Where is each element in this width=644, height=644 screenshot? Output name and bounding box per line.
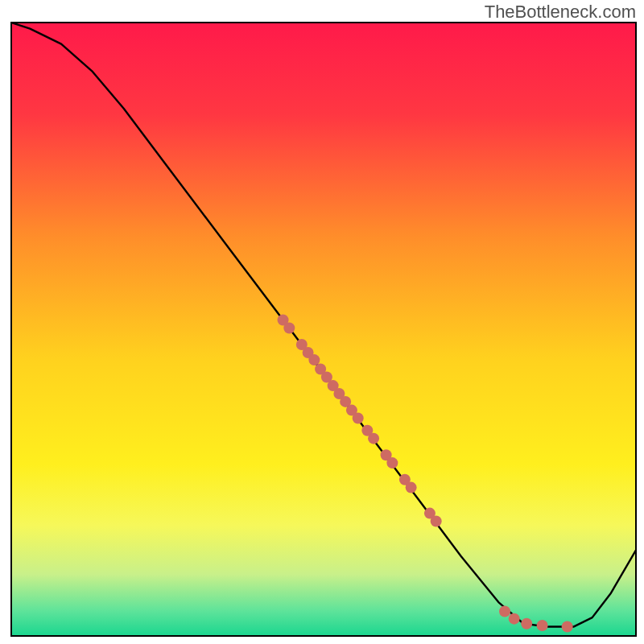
data-marker	[406, 482, 417, 493]
data-marker	[499, 606, 510, 617]
data-marker	[353, 412, 364, 423]
data-marker	[509, 613, 520, 625]
data-marker	[537, 620, 548, 631]
watermark-text: TheBottleneck.com	[485, 2, 636, 23]
data-marker	[368, 433, 379, 444]
data-marker	[562, 621, 573, 633]
data-marker	[431, 516, 442, 527]
data-marker	[386, 457, 398, 469]
data-marker	[308, 354, 320, 365]
chart-svg	[0, 0, 644, 644]
data-marker	[521, 618, 532, 630]
bottleneck-chart: TheBottleneck.com	[0, 0, 644, 644]
data-marker	[283, 322, 295, 333]
gradient-background	[11, 23, 636, 636]
